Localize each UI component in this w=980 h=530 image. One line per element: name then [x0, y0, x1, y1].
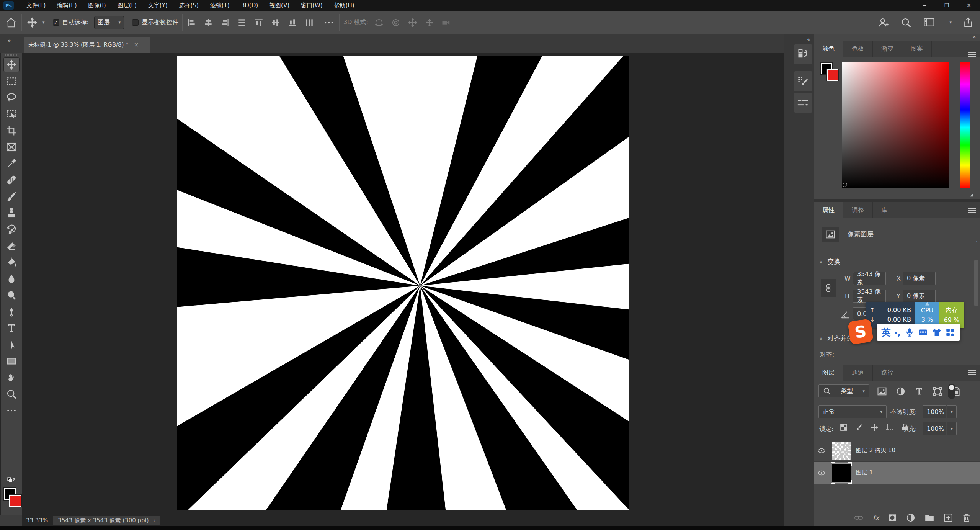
- tab-paths[interactable]: 路径: [873, 365, 902, 381]
- menu-type[interactable]: 文字(Y): [142, 0, 173, 11]
- link-layers-icon[interactable]: [853, 513, 864, 522]
- align-middle-icon[interactable]: [271, 18, 281, 28]
- menu-filter[interactable]: 滤镜(T): [204, 0, 235, 11]
- tool-frame[interactable]: [3, 140, 20, 154]
- menu-select[interactable]: 选择(S): [173, 0, 204, 11]
- tab-adjustments[interactable]: 调整: [843, 202, 873, 218]
- collapse-chevron-icon[interactable]: ∨: [819, 336, 823, 341]
- panel-menu-icon[interactable]: [968, 52, 976, 57]
- new-layer-icon[interactable]: [943, 513, 953, 523]
- dock-expand-icon[interactable]: »: [973, 34, 976, 40]
- sogou-logo[interactable]: S: [848, 319, 874, 345]
- collapse-chevron-icon[interactable]: ∨: [819, 259, 823, 265]
- menu-help[interactable]: 帮助(H): [328, 0, 360, 11]
- layer-thumbnail[interactable]: [832, 464, 851, 482]
- panel-menu-icon[interactable]: [968, 370, 976, 375]
- lock-transparency-icon[interactable]: [839, 423, 848, 432]
- brushes-panel-button[interactable]: [794, 93, 812, 113]
- x-field[interactable]: 0 像素: [903, 272, 936, 285]
- fill-field[interactable]: 100%: [923, 422, 946, 435]
- layer-thumbnail[interactable]: [832, 442, 851, 460]
- tool-healing[interactable]: [3, 173, 20, 187]
- tab-libraries[interactable]: 库: [873, 202, 896, 218]
- layer-row[interactable]: 图层 1: [814, 462, 980, 484]
- ime-punctuation-mode[interactable]: ·,: [894, 328, 901, 337]
- document-tab[interactable]: 未标题-1 @ 33.3% (图层 1, RGB/8) * ×: [24, 37, 150, 53]
- scroll-up-icon[interactable]: ⌃: [975, 240, 978, 245]
- lock-position-icon[interactable]: [870, 423, 879, 432]
- swap-colors-icon[interactable]: [3, 474, 20, 489]
- show-transform-checkbox[interactable]: [132, 19, 139, 26]
- visibility-eye-icon[interactable]: [816, 447, 827, 455]
- tab-channels[interactable]: 通道: [843, 365, 873, 381]
- panel-menu-icon[interactable]: [968, 208, 976, 213]
- history-panel-button[interactable]: [794, 44, 812, 64]
- tool-brush[interactable]: [3, 189, 20, 204]
- microphone-icon[interactable]: [905, 327, 915, 337]
- tool-stamp[interactable]: [3, 206, 20, 220]
- color-field[interactable]: [842, 62, 949, 188]
- menu-window[interactable]: 窗口(W): [295, 0, 328, 11]
- tool-type[interactable]: [3, 321, 20, 335]
- menu-3d[interactable]: 3D(D): [235, 0, 264, 11]
- restore-button[interactable]: ❐: [936, 0, 958, 11]
- align-bottom-icon[interactable]: [287, 18, 297, 28]
- tab-gradients[interactable]: 渐变: [873, 41, 902, 57]
- resize-grip-icon[interactable]: ◢: [970, 193, 973, 197]
- person-add-icon[interactable]: [877, 16, 890, 29]
- document-info[interactable]: 3543 像素 x 3543 像素 (300 ppi) ›: [53, 516, 160, 525]
- tool-lasso[interactable]: [3, 90, 20, 105]
- tool-hand[interactable]: [3, 370, 20, 385]
- opacity-dropdown[interactable]: ▾: [947, 405, 957, 418]
- lock-artboard-icon[interactable]: [885, 423, 894, 432]
- ime-toolbox-icon[interactable]: [945, 327, 955, 337]
- tool-path-select[interactable]: [3, 337, 20, 352]
- height-field[interactable]: 3543 像素: [853, 290, 886, 303]
- tool-eraser[interactable]: [3, 239, 20, 253]
- share-icon[interactable]: [962, 16, 975, 29]
- chevron-down-icon[interactable]: ▾: [949, 20, 952, 25]
- layer-filter-dropdown[interactable]: 类型▾: [818, 384, 869, 398]
- align-center-h-icon[interactable]: [203, 18, 213, 28]
- chevron-down-icon[interactable]: ▾: [42, 20, 45, 25]
- layer-name[interactable]: 图层 2 拷贝 10: [856, 447, 895, 454]
- menu-view[interactable]: 视图(V): [264, 0, 295, 11]
- ime-skin-icon[interactable]: [932, 327, 942, 337]
- auto-select-target-dropdown[interactable]: 图层▾: [94, 16, 124, 29]
- filter-toggle[interactable]: [948, 384, 956, 399]
- tool-ellipsis[interactable]: [3, 403, 20, 418]
- hue-slider[interactable]: [960, 62, 970, 188]
- background-color-swatch[interactable]: [827, 69, 838, 81]
- tab-layers[interactable]: 图层: [814, 365, 843, 381]
- auto-select-checkbox[interactable]: ✓: [53, 19, 59, 26]
- workspace-icon[interactable]: [923, 16, 936, 29]
- new-group-icon[interactable]: [924, 513, 935, 523]
- tool-dodge[interactable]: [3, 288, 20, 303]
- tab-properties[interactable]: 属性: [814, 202, 843, 218]
- tool-move[interactable]: [3, 57, 20, 72]
- more-options-icon[interactable]: [322, 16, 335, 29]
- document-canvas[interactable]: [177, 56, 629, 510]
- color-field-cursor[interactable]: [843, 183, 847, 187]
- filter-adjustment-layers-icon[interactable]: [896, 386, 906, 396]
- dist-h-icon[interactable]: [237, 18, 247, 28]
- blend-mode-dropdown[interactable]: 正常▾: [818, 405, 887, 418]
- visibility-eye-icon[interactable]: [816, 469, 827, 477]
- layer-name[interactable]: 图层 1: [856, 469, 873, 476]
- layer-style-icon[interactable]: fx: [873, 514, 879, 522]
- background-color-swatch[interactable]: [9, 495, 21, 507]
- menu-image[interactable]: 图像(I): [83, 0, 112, 11]
- tab-color[interactable]: 颜色: [814, 41, 843, 57]
- keyboard-icon[interactable]: [918, 327, 928, 337]
- align-right-icon[interactable]: [220, 18, 230, 28]
- tool-object-select[interactable]: [3, 107, 20, 121]
- align-left-icon[interactable]: [186, 18, 196, 28]
- tab-close-icon[interactable]: ×: [134, 41, 139, 48]
- ime-language-mode[interactable]: 英: [882, 326, 891, 339]
- dock-collapse-icon[interactable]: «: [807, 36, 811, 42]
- move-tool-icon[interactable]: [26, 16, 39, 29]
- filter-pixel-layers-icon[interactable]: [877, 386, 887, 397]
- tool-marquee[interactable]: [3, 74, 20, 88]
- close-button[interactable]: ✕: [958, 0, 980, 11]
- add-mask-icon[interactable]: [887, 513, 897, 523]
